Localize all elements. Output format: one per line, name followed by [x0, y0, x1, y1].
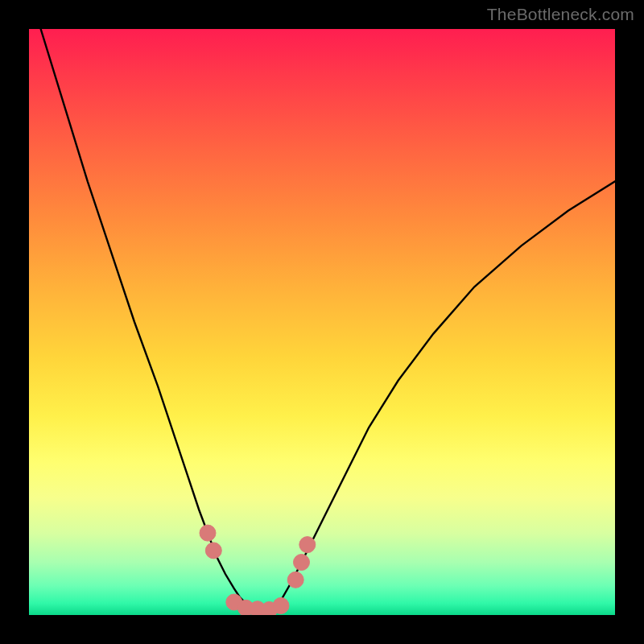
watermark-text: TheBottleneck.com	[487, 5, 634, 24]
data-marker	[294, 555, 310, 571]
curve-layer	[29, 29, 615, 615]
data-marker	[273, 597, 289, 613]
left-curve	[41, 29, 270, 610]
data-marker	[299, 537, 316, 553]
plot-area	[29, 29, 615, 615]
data-marker	[205, 543, 221, 559]
right-curve	[270, 181, 616, 610]
marker-group	[200, 525, 316, 615]
data-marker	[200, 525, 216, 541]
chart-frame: TheBottleneck.com	[0, 0, 644, 644]
data-marker	[287, 572, 303, 588]
